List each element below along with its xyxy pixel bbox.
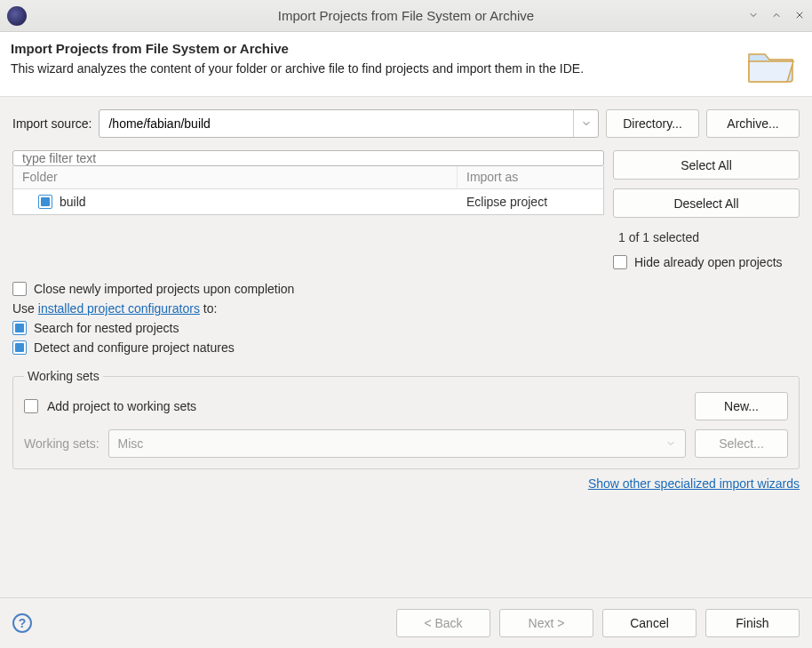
working-sets-legend: Working sets <box>24 369 103 383</box>
row-folder-name: build <box>60 195 86 209</box>
column-folder[interactable]: Folder <box>13 166 458 188</box>
detect-natures-checkbox[interactable] <box>12 340 27 355</box>
to-text: to: <box>200 301 217 316</box>
other-wizards-link[interactable]: Show other specialized import wizards <box>588 476 800 491</box>
filter-input[interactable] <box>12 150 604 166</box>
working-sets-value: Misc <box>118 436 144 451</box>
import-source-combo[interactable] <box>99 109 599 138</box>
import-source-input[interactable] <box>100 110 573 137</box>
chevron-down-icon <box>665 438 676 449</box>
directory-button[interactable]: Directory... <box>606 109 699 138</box>
archive-button[interactable]: Archive... <box>706 109 800 138</box>
close-new-checkbox[interactable] <box>12 282 27 296</box>
wizard-body: Import source: Directory... Archive... F… <box>0 96 812 597</box>
select-all-button[interactable]: Select All <box>613 150 800 180</box>
banner-description: This wizard analyzes the content of your… <box>11 61 736 76</box>
help-icon[interactable]: ? <box>12 613 32 633</box>
column-import-as[interactable]: Import as <box>458 166 603 188</box>
wizard-banner: Import Projects from File System or Arch… <box>0 32 812 96</box>
cancel-button[interactable]: Cancel <box>602 609 697 637</box>
deselect-all-button[interactable]: Deselect All <box>613 188 800 218</box>
next-button: Next > <box>499 609 593 637</box>
import-source-label: Import source: <box>12 116 92 131</box>
select-working-set-button: Select... <box>695 429 788 458</box>
banner-heading: Import Projects from File System or Arch… <box>11 41 736 56</box>
hide-open-label: Hide already open projects <box>634 255 783 269</box>
working-sets-group: Working sets Add project to working sets… <box>12 369 800 469</box>
close-icon[interactable] <box>794 9 805 23</box>
projects-table: Folder Import as build Eclipse project <box>12 166 604 215</box>
maximize-icon[interactable] <box>771 9 782 23</box>
titlebar: Import Projects from File System or Arch… <box>0 0 812 32</box>
finish-button[interactable]: Finish <box>705 609 800 637</box>
search-nested-label: Search for nested projects <box>34 321 179 335</box>
search-nested-checkbox[interactable] <box>12 321 27 335</box>
window-title: Import Projects from File System or Arch… <box>0 8 812 23</box>
row-checkbox[interactable] <box>38 195 52 209</box>
hide-open-checkbox[interactable] <box>613 255 627 269</box>
selection-status: 1 of 1 selected <box>613 227 800 244</box>
working-sets-label: Working sets: <box>24 436 100 451</box>
detect-natures-label: Detect and configure project natures <box>34 340 235 355</box>
close-new-label: Close newly imported projects upon compl… <box>34 282 294 296</box>
wizard-footer: ? < Back Next > Cancel Finish <box>0 597 812 648</box>
back-button: < Back <box>396 609 490 637</box>
minimize-icon[interactable] <box>748 9 759 23</box>
configurators-link[interactable]: installed project configurators <box>38 301 200 316</box>
chevron-down-icon[interactable] <box>573 110 598 137</box>
add-working-set-checkbox[interactable] <box>24 399 38 413</box>
folder-icon <box>744 41 798 85</box>
new-working-set-button[interactable]: New... <box>695 392 788 420</box>
row-import-as: Eclipse project <box>458 195 603 209</box>
table-row[interactable]: build Eclipse project <box>13 189 603 214</box>
add-working-set-label: Add project to working sets <box>47 399 196 413</box>
working-sets-select: Misc <box>108 429 686 458</box>
use-text: Use <box>12 301 38 316</box>
eclipse-icon <box>7 6 27 26</box>
